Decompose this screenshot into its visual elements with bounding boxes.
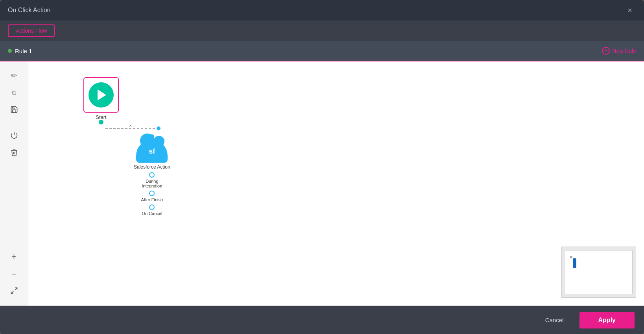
mini-map-node-start: [570, 256, 572, 258]
minus-icon: −: [11, 269, 17, 279]
zoom-in-button[interactable]: +: [6, 249, 22, 265]
main-area: ✏ ⧉: [0, 61, 644, 306]
new-rule-label: New Rule: [612, 48, 636, 54]
edit-icon: ✏: [11, 71, 17, 80]
svg-point-4: [157, 126, 161, 130]
sf-cloud: sf: [136, 140, 168, 163]
power-icon: [10, 131, 18, 141]
apply-button[interactable]: Apply: [579, 312, 635, 328]
sf-label: Salesforce Action: [134, 164, 170, 170]
canvas[interactable]: Start × sf Salesforce Action: [28, 61, 644, 306]
rule-name: Rule 1: [15, 48, 32, 54]
output-on-cancel[interactable]: On Cancel: [142, 204, 162, 216]
copy-tool-button[interactable]: ⧉: [6, 85, 22, 101]
svg-line-2: [11, 291, 13, 293]
during-integration-dot: [149, 172, 155, 178]
mini-map-node-sf: [573, 258, 576, 268]
sf-abbreviation: sf: [149, 147, 155, 156]
new-rule-button[interactable]: + New Rule: [602, 47, 636, 55]
sidebar-divider: [3, 123, 25, 123]
start-circle: [89, 82, 114, 108]
rule-status-dot: [8, 49, 12, 53]
sidebar-tools-mid: [0, 128, 28, 161]
zoom-out-button[interactable]: −: [6, 266, 22, 282]
close-button[interactable]: ×: [624, 4, 636, 17]
svg-text:×: ×: [129, 125, 132, 128]
delete-icon: [10, 148, 18, 158]
footer: Cancel Apply: [0, 306, 644, 334]
on-cancel-label: On Cancel: [142, 211, 162, 216]
copy-icon: ⧉: [12, 89, 16, 96]
play-icon: [98, 89, 106, 100]
sidebar-tools-bottom: + −: [6, 249, 22, 299]
modal: On Click Action × Actions Flow Rule 1 + …: [0, 0, 644, 334]
delete-tool-button[interactable]: [6, 145, 22, 161]
start-label: Start: [96, 114, 106, 120]
plus-icon: +: [11, 252, 17, 262]
sidebar-tools-top: ✏ ⧉: [0, 68, 28, 118]
start-node-box: [83, 77, 119, 113]
fit-icon: [10, 287, 18, 297]
tab-actions-flow[interactable]: Actions Flow: [8, 24, 55, 37]
salesforce-node[interactable]: sf Salesforce Action DuringIntegration A…: [134, 134, 170, 216]
fit-button[interactable]: [6, 284, 22, 299]
rule-bar: Rule 1 + New Rule: [0, 41, 644, 61]
tab-bar: Actions Flow: [0, 20, 644, 41]
output-during-integration[interactable]: DuringIntegration: [142, 172, 162, 188]
save-tool-button[interactable]: [6, 102, 22, 118]
save-icon: [10, 106, 18, 115]
sidebar: ✏ ⧉: [0, 61, 28, 306]
start-node[interactable]: Start: [83, 77, 119, 125]
mini-map: [561, 247, 636, 298]
rule-label: Rule 1: [8, 48, 32, 54]
on-cancel-dot: [149, 204, 155, 210]
svg-line-1: [15, 288, 17, 290]
output-after-finish[interactable]: After Finish: [141, 191, 163, 202]
edit-tool-button[interactable]: ✏: [6, 68, 22, 84]
new-rule-icon: +: [602, 47, 610, 55]
during-integration-label: DuringIntegration: [142, 179, 162, 188]
titlebar: On Click Action ×: [0, 0, 644, 20]
power-tool-button[interactable]: [6, 128, 22, 144]
start-output-connector[interactable]: [99, 120, 103, 124]
after-finish-label: After Finish: [141, 197, 163, 202]
mini-map-inner: [565, 250, 633, 294]
cancel-button[interactable]: Cancel: [536, 313, 573, 327]
after-finish-dot: [149, 191, 155, 196]
modal-title: On Click Action: [8, 7, 50, 14]
